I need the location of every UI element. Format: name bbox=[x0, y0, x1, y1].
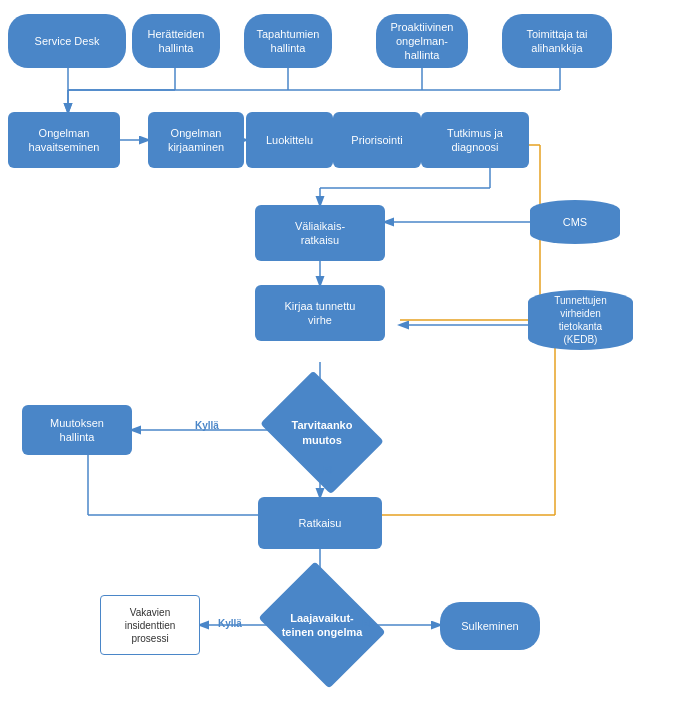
box-tutkimus: Tutkimus jadiagnoosi bbox=[421, 112, 529, 168]
cylinder-kedb: Tunnettujenvirheidentietokanta(KEDB) bbox=[528, 290, 633, 350]
label-ei2: Ei bbox=[362, 618, 371, 629]
box-kirjaa-tunnettu: Kirjaa tunnettuvirhe bbox=[255, 285, 385, 341]
cylinder-cms: CMS bbox=[530, 200, 620, 244]
diamond-tarvitaanko: Tarvitaankomuutos bbox=[272, 395, 372, 470]
label-kylla1: Kyllä bbox=[195, 420, 219, 431]
source-toimittaja: Toimittaja taialihankkija bbox=[502, 14, 612, 68]
box-priorisointi: Priorisointi bbox=[333, 112, 421, 168]
diagram: Service Desk Herätteidenhallinta Tapahtu… bbox=[0, 0, 674, 703]
box-havaitseminen: Ongelmanhavaitseminen bbox=[8, 112, 120, 168]
box-muutoksen-hallinta: Muutoksenhallinta bbox=[22, 405, 132, 455]
source-service-desk: Service Desk bbox=[8, 14, 126, 68]
diamond-laajavaikutteinen: Laajavaikut-teinen ongelma bbox=[272, 585, 372, 665]
box-kirjaaminen: Ongelmankirjaaminen bbox=[148, 112, 244, 168]
box-valiaikaisratkaisu: Väliaikais-ratkaisu bbox=[255, 205, 385, 261]
outline-vakavien: Vakavieninsidenttienprosessi bbox=[100, 595, 200, 655]
source-proaktiivinen: Proaktiivinenongelman-hallinta bbox=[376, 14, 468, 68]
label-kylla2: Kyllä bbox=[218, 618, 242, 629]
source-herateiden: Herätteidenhallinta bbox=[132, 14, 220, 68]
box-ratkaisu: Ratkaisu bbox=[258, 497, 382, 549]
label-ei1: Ei bbox=[323, 465, 332, 476]
box-sulkeminen: Sulkeminen bbox=[440, 602, 540, 650]
source-tapahtumien: Tapahtumienhallinta bbox=[244, 14, 332, 68]
box-luokittelu: Luokittelu bbox=[246, 112, 333, 168]
